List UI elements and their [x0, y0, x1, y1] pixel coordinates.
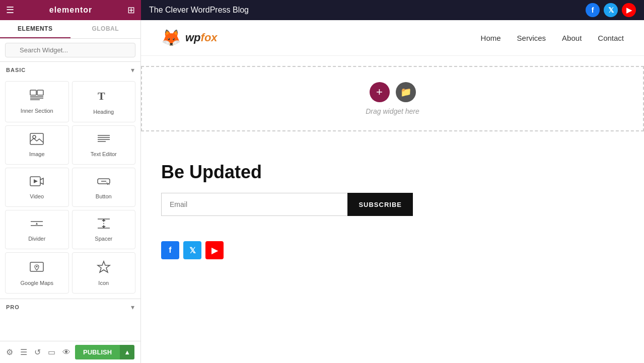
icon-icon: [97, 260, 111, 277]
widget-button-label: Button: [96, 193, 112, 199]
drop-zone[interactable]: + 📁 Drag widget here: [141, 66, 644, 131]
top-bar-right: The Clever WordPress Blog f 𝕏 ▶: [141, 3, 644, 17]
twitter-social-icon[interactable]: 𝕏: [604, 3, 618, 17]
strip-twitter-icon[interactable]: 𝕏: [183, 241, 201, 259]
logo-text: wpfox: [185, 31, 218, 44]
strip-facebook-icon[interactable]: f: [161, 241, 179, 259]
preview-icon[interactable]: 👁: [62, 348, 70, 357]
svg-marker-13: [34, 179, 38, 183]
responsive-icon[interactable]: ▭: [48, 347, 55, 357]
social-strip: f 𝕏 ▶: [141, 236, 644, 264]
strip-youtube-icon[interactable]: ▶: [205, 241, 224, 259]
pro-section-label: PRO: [6, 304, 20, 310]
bottom-icons-group: ⚙ ☰ ↺ ▭ 👁: [6, 347, 70, 357]
widget-spacer[interactable]: Spacer: [72, 210, 136, 249]
image-icon: [30, 133, 44, 148]
site-logo: 🦊 wpfox: [161, 28, 218, 47]
editable-section-wrapper: + 📁 Drag widget here ‹: [141, 66, 644, 131]
google-maps-icon: [30, 260, 44, 277]
widget-image-label: Image: [29, 151, 45, 157]
settings-icon[interactable]: ⚙: [6, 347, 13, 357]
sidebar-tabs: ELEMENTS GLOBAL: [0, 20, 140, 39]
widget-heading-label: Heading: [93, 109, 114, 115]
svg-marker-17: [36, 223, 38, 225]
basic-section-arrow-icon: ▾: [131, 66, 134, 74]
svg-point-7: [33, 135, 36, 138]
elementor-logo: elementor: [49, 6, 92, 15]
add-widget-button[interactable]: +: [370, 82, 390, 102]
widget-icon-label: Icon: [98, 280, 109, 286]
youtube-social-icon[interactable]: ▶: [622, 3, 636, 17]
nav-home[interactable]: Home: [481, 34, 501, 42]
widget-inner-section-label: Inner Section: [21, 108, 53, 114]
nav-services[interactable]: Services: [517, 34, 546, 42]
sidebar-panel: ELEMENTS GLOBAL BASIC ▾: [0, 20, 141, 363]
logo-fox-icon: 🦊: [161, 28, 181, 47]
top-bar: ☰ elementor ⊞ The Clever WordPress Blog …: [0, 0, 644, 20]
svg-rect-6: [30, 133, 43, 144]
publish-btn-wrapper: PUBLISH ▲: [75, 345, 134, 359]
widget-google-maps-label: Google Maps: [21, 280, 53, 286]
search-wrapper: [5, 43, 135, 57]
heading-icon: T: [97, 89, 111, 106]
widget-video[interactable]: Video: [5, 168, 69, 207]
hamburger-menu-icon[interactable]: ☰: [6, 5, 14, 16]
inner-section-icon: [30, 90, 44, 105]
widget-button[interactable]: Button: [72, 168, 136, 207]
drop-zone-buttons: + 📁: [370, 82, 416, 102]
be-updated-title: Be Updated: [161, 162, 624, 183]
widget-google-maps[interactable]: Google Maps: [5, 252, 69, 294]
widget-divider[interactable]: Divider: [5, 210, 69, 249]
pro-section-arrow-icon: ▾: [131, 303, 134, 311]
be-updated-section: Be Updated SUBSCRIBE: [141, 141, 644, 236]
search-box: [0, 39, 140, 62]
widget-video-label: Video: [30, 193, 44, 199]
grid-apps-icon[interactable]: ⊞: [127, 5, 135, 16]
top-bar-socials: f 𝕏 ▶: [586, 3, 636, 17]
widget-text-editor-label: Text Editor: [91, 151, 117, 157]
subscribe-button[interactable]: SUBSCRIBE: [347, 193, 413, 216]
publish-button[interactable]: PUBLISH: [75, 345, 120, 359]
tab-global[interactable]: GLOBAL: [70, 20, 141, 38]
basic-section-header[interactable]: BASIC ▾: [0, 62, 140, 78]
divider-icon: [30, 217, 44, 233]
nav-contact[interactable]: Contact: [598, 34, 624, 42]
main-layout: ELEMENTS GLOBAL BASIC ▾: [0, 20, 644, 363]
email-input[interactable]: [161, 193, 347, 216]
sidebar-bottom-bar: ⚙ ☰ ↺ ▭ 👁 PUBLISH ▲: [0, 341, 140, 363]
add-template-button[interactable]: 📁: [396, 82, 416, 102]
svg-text:T: T: [98, 90, 105, 102]
widget-icon[interactable]: Icon: [72, 252, 136, 294]
svg-point-25: [36, 266, 38, 267]
widget-heading[interactable]: T Heading: [72, 81, 136, 122]
svg-rect-0: [30, 90, 36, 95]
history-icon[interactable]: ↺: [34, 347, 41, 357]
subscribe-row: SUBSCRIBE: [161, 193, 413, 216]
site-header: 🦊 wpfox Home Services About Contact: [141, 20, 644, 56]
widget-spacer-label: Spacer: [95, 236, 112, 242]
widgets-grid: Inner Section T Heading: [0, 78, 140, 297]
search-input[interactable]: [5, 43, 135, 57]
widget-divider-label: Divider: [28, 236, 45, 242]
canvas-area: 🦊 wpfox Home Services About Contact + 📁: [141, 20, 644, 363]
basic-section-label: BASIC: [6, 67, 26, 73]
site-nav: Home Services About Contact: [481, 34, 624, 42]
svg-marker-26: [98, 261, 110, 272]
layers-icon[interactable]: ☰: [20, 347, 27, 357]
svg-rect-1: [37, 90, 43, 95]
widget-image[interactable]: Image: [5, 125, 69, 165]
facebook-social-icon[interactable]: f: [586, 3, 600, 17]
spacer-icon: [97, 217, 111, 233]
top-bar-left: ☰ elementor ⊞: [0, 0, 141, 20]
widget-text-editor[interactable]: Text Editor: [72, 125, 136, 165]
publish-arrow-button[interactable]: ▲: [120, 345, 134, 359]
video-icon: [30, 175, 44, 190]
drop-zone-label: Drag widget here: [366, 107, 419, 115]
pro-section-header[interactable]: PRO ▾: [0, 299, 140, 315]
button-icon: [97, 175, 111, 190]
widget-inner-section[interactable]: Inner Section: [5, 81, 69, 122]
tab-elements[interactable]: ELEMENTS: [0, 20, 70, 38]
canvas-inner: 🦊 wpfox Home Services About Contact + 📁: [141, 20, 644, 363]
nav-about[interactable]: About: [562, 34, 582, 42]
page-title: The Clever WordPress Blog: [149, 6, 249, 15]
